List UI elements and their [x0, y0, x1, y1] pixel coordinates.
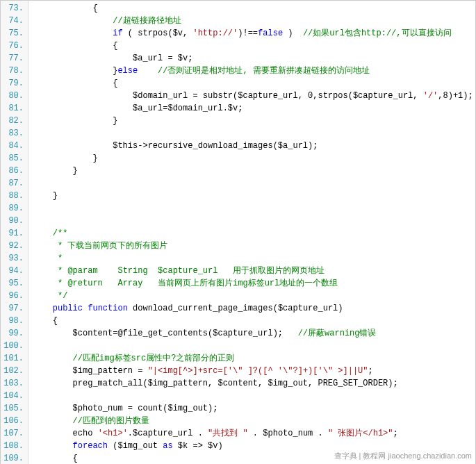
line-number: 103. [3, 377, 24, 390]
line-number: 82. [3, 115, 24, 127]
code-line[interactable]: if ( strpos($v, 'http://')!==false ) //如… [33, 27, 471, 40]
code-line[interactable]: $content=@file_get_contents($capture_url… [33, 327, 471, 340]
line-number: 102. [3, 365, 24, 377]
line-number: 81. [3, 102, 24, 115]
line-number: 107. [3, 427, 24, 440]
line-number: 75. [3, 27, 24, 40]
line-number: 88. [3, 190, 24, 202]
code-line[interactable] [33, 340, 471, 352]
code-line[interactable]: } [33, 152, 471, 165]
line-number: 83. [3, 127, 24, 140]
code-line[interactable]: echo '<h1>'.$capture_url . "共找到 " . $pho… [33, 427, 471, 440]
watermark: 查字典 | 教程网 jiaocheng.chazidian.com [334, 451, 473, 461]
code-line[interactable]: { [33, 77, 471, 90]
line-number: 74. [3, 15, 24, 27]
code-line[interactable]: }else //否则证明是相对地址, 需要重新拼凑超链接的访问地址 [33, 65, 471, 77]
code-line[interactable]: public function download_current_page_im… [33, 302, 471, 315]
code-line[interactable]: //匹配到的图片数量 [33, 415, 471, 427]
code-line[interactable] [33, 127, 471, 140]
line-number: 87. [3, 177, 24, 190]
code-line[interactable]: * [33, 252, 471, 265]
line-number: 73. [3, 2, 24, 15]
line-number: 85. [3, 152, 24, 165]
code-line[interactable]: } [33, 115, 471, 127]
code-line[interactable]: * @return Array 当前网页上所有图片img标签url地址的一个数组 [33, 277, 471, 290]
code-line[interactable]: $a_url=$domain_url.$v; [33, 102, 471, 115]
code-line[interactable] [33, 202, 471, 215]
code-line[interactable]: $photo_num = count($img_out); [33, 402, 471, 415]
line-number: 77. [3, 52, 24, 65]
code-line[interactable]: $this->recursive_download_images($a_url)… [33, 140, 471, 152]
line-number: 101. [3, 352, 24, 365]
code-line[interactable]: //超链接路径地址 [33, 15, 471, 27]
line-number: 108. [3, 440, 24, 452]
code-line[interactable]: { [33, 315, 471, 327]
line-number: 97. [3, 302, 24, 315]
line-number: 94. [3, 265, 24, 277]
code-area[interactable]: { //超链接路径地址 if ( strpos($v, 'http://')!=… [28, 1, 475, 464]
code-line[interactable]: * @param String $capture_url 用于抓取图片的网页地址 [33, 265, 471, 277]
line-number: 93. [3, 252, 24, 265]
code-line[interactable]: } [33, 190, 471, 202]
line-number: 84. [3, 140, 24, 152]
line-number: 89. [3, 202, 24, 215]
line-number: 79. [3, 77, 24, 90]
code-editor: 73.74.75.76.77.78.79.80.81.82.83.84.85.8… [0, 0, 476, 464]
code-line[interactable]: $domain_url = substr($capture_url, 0,str… [33, 90, 471, 102]
line-number: 109. [3, 452, 24, 464]
code-line[interactable]: } [33, 165, 471, 177]
code-line[interactable]: { [33, 2, 471, 15]
line-number: 92. [3, 240, 24, 252]
code-line[interactable] [33, 215, 471, 227]
line-number: 80. [3, 90, 24, 102]
code-line[interactable]: $img_pattern = "|<img[^>]+src=['\" ]?([^… [33, 365, 471, 377]
line-number: 95. [3, 277, 24, 290]
line-number: 86. [3, 165, 24, 177]
code-line[interactable]: * 下载当前网页下的所有图片 [33, 240, 471, 252]
code-line[interactable]: /** [33, 227, 471, 240]
code-line[interactable] [33, 390, 471, 402]
line-number: 106. [3, 415, 24, 427]
line-number: 100. [3, 340, 24, 352]
code-line[interactable] [33, 177, 471, 190]
line-number: 90. [3, 215, 24, 227]
line-number: 96. [3, 290, 24, 302]
code-line[interactable]: //匹配img标签src属性中?之前部分的正则 [33, 352, 471, 365]
line-gutter: 73.74.75.76.77.78.79.80.81.82.83.84.85.8… [1, 1, 28, 464]
code-line[interactable]: $a_url = $v; [33, 52, 471, 65]
line-number: 105. [3, 402, 24, 415]
line-number: 99. [3, 327, 24, 340]
code-line[interactable]: */ [33, 290, 471, 302]
line-number: 76. [3, 40, 24, 52]
line-number: 98. [3, 315, 24, 327]
line-number: 104. [3, 390, 24, 402]
code-line[interactable]: { [33, 40, 471, 52]
code-line[interactable]: preg_match_all($img_pattern, $content, $… [33, 377, 471, 390]
line-number: 91. [3, 227, 24, 240]
line-number: 78. [3, 65, 24, 77]
